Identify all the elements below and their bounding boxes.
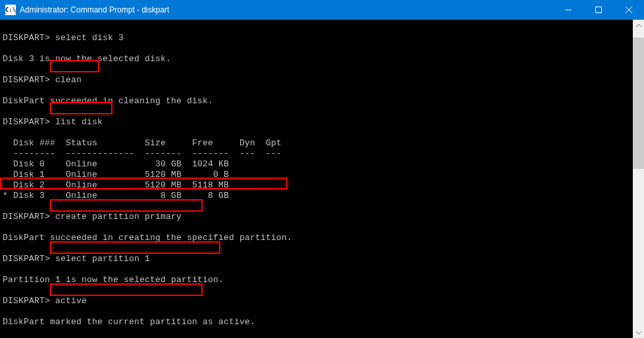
- output-line: Disk 3 is now the selected disk.: [3, 54, 171, 64]
- prompt: DISKPART>: [3, 75, 50, 85]
- prompt: DISKPART>: [3, 254, 50, 264]
- output-line: Partition 1 is now the selected partitio…: [3, 275, 224, 285]
- prompt: DISKPART>: [3, 33, 50, 43]
- maximize-button[interactable]: [583, 0, 614, 20]
- table-row: * Disk 3 Online 8 GB 8 GB: [3, 191, 229, 201]
- cmd-select-disk: select disk 3: [50, 33, 124, 43]
- scrollbar[interactable]: [633, 20, 644, 338]
- terminal-output[interactable]: DISKPART> select disk 3 Disk 3 is now th…: [0, 20, 644, 338]
- table-header: Disk ### Status Size Free Dyn Gpt: [3, 138, 282, 148]
- maximize-icon: [595, 7, 602, 13]
- minimize-button[interactable]: [553, 0, 583, 20]
- table-row: Disk 2 Online 5120 MB 5118 MB: [3, 180, 229, 190]
- scroll-thumb[interactable]: [633, 37, 644, 169]
- close-button[interactable]: [614, 0, 644, 20]
- chevron-up-icon: [636, 24, 641, 27]
- table-separator: -------- ------------- ------- ------- -…: [3, 149, 282, 158]
- close-icon: [626, 7, 632, 13]
- cmd-icon: C:\: [5, 5, 16, 15]
- table-row: Disk 1 Online 5120 MB 0 B: [3, 170, 229, 180]
- output-line: DiskPart succeeded in creating the speci…: [3, 233, 292, 243]
- svg-rect-1: [596, 7, 602, 13]
- titlebar[interactable]: C:\ Administrator: Command Prompt - disk…: [0, 0, 644, 20]
- scroll-up-button[interactable]: [633, 20, 644, 31]
- prompt: DISKPART>: [3, 296, 50, 306]
- cmd-create-partition: create partition primary: [50, 212, 182, 222]
- scroll-down-button[interactable]: [633, 327, 644, 338]
- cmd-clean: clean: [50, 75, 82, 85]
- output-line: DiskPart succeeded in cleaning the disk.: [3, 96, 213, 106]
- scroll-track[interactable]: [633, 31, 644, 327]
- prompt: DISKPART>: [3, 117, 50, 127]
- output-line: DiskPart marked the current partition as…: [3, 317, 255, 327]
- chevron-down-icon: [636, 331, 641, 334]
- table-row: Disk 0 Online 30 GB 1024 KB: [3, 159, 229, 169]
- cmd-select-partition: select partition 1: [50, 254, 150, 264]
- prompt: DISKPART>: [3, 212, 50, 222]
- cmd-active: active: [50, 296, 87, 306]
- window-title: Administrator: Command Prompt - diskpart: [20, 5, 553, 14]
- minimize-icon: [565, 7, 572, 13]
- cmd-list-disk: list disk: [50, 117, 103, 127]
